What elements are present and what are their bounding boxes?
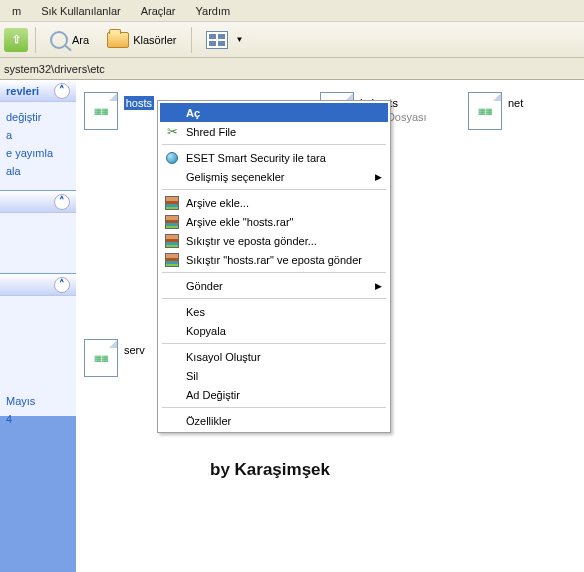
separator bbox=[162, 343, 386, 344]
cm-delete[interactable]: Sil bbox=[160, 366, 388, 385]
sidebar-task-link[interactable]: a bbox=[6, 126, 70, 144]
cm-cut-label: Kes bbox=[186, 306, 205, 318]
cm-create-shortcut[interactable]: Kısayol Oluştur bbox=[160, 347, 388, 366]
context-menu: Aç ✂ Shred File ESET Smart Security ile … bbox=[157, 100, 391, 433]
blank-icon bbox=[164, 304, 180, 320]
nav-up-button[interactable]: ⇧ bbox=[4, 28, 28, 52]
search-label: Ara bbox=[72, 34, 89, 46]
blank-icon bbox=[164, 105, 180, 121]
rar-icon bbox=[164, 252, 180, 268]
sidebar-tasks-title: revleri bbox=[6, 85, 39, 97]
file-name: serv bbox=[124, 343, 145, 357]
sidebar: revleri ˄ değiştir a e yayımla ala ˄ ˄ bbox=[0, 80, 76, 572]
eset-icon bbox=[164, 150, 180, 166]
cm-rename-label: Ad Değiştir bbox=[186, 389, 240, 401]
cm-open-label: Aç bbox=[186, 107, 200, 119]
cm-add-archive-hosts[interactable]: Arşive ekle "hosts.rar" bbox=[160, 212, 388, 231]
cm-arc2-label: Arşive ekle "hosts.rar" bbox=[186, 216, 293, 228]
blank-icon bbox=[164, 368, 180, 384]
cm-shred[interactable]: ✂ Shred File bbox=[160, 122, 388, 141]
chevron-up-icon[interactable]: ˄ bbox=[54, 277, 70, 293]
sidebar-tasks-body: değiştir a e yayımla ala bbox=[0, 102, 76, 190]
file-item-hosts[interactable]: ▦▦ hosts bbox=[84, 92, 154, 130]
submenu-arrow-icon: ▶ bbox=[375, 281, 382, 291]
sidebar-details-header[interactable]: ˄ bbox=[0, 274, 76, 296]
folders-button[interactable]: Klasörler bbox=[100, 28, 183, 52]
cm-cut[interactable]: Kes bbox=[160, 302, 388, 321]
search-icon bbox=[50, 31, 68, 49]
sidebar-places-panel: ˄ bbox=[0, 191, 76, 274]
menu-item-favorites[interactable]: Sık Kullanılanlar bbox=[31, 2, 131, 20]
sidebar-places-header[interactable]: ˄ bbox=[0, 191, 76, 213]
cm-delete-label: Sil bbox=[186, 370, 198, 382]
file-icon: ▦▦ bbox=[84, 92, 118, 130]
separator bbox=[191, 27, 192, 53]
cm-copy[interactable]: Kopyala bbox=[160, 321, 388, 340]
cm-open[interactable]: Aç bbox=[160, 103, 388, 122]
cm-eset-scan[interactable]: ESET Smart Security ile tara bbox=[160, 148, 388, 167]
rar-icon bbox=[164, 233, 180, 249]
file-name: net bbox=[508, 96, 523, 110]
blank-icon bbox=[164, 323, 180, 339]
menu-item[interactable]: m bbox=[2, 2, 31, 20]
address-path: system32\drivers\etc bbox=[4, 63, 105, 75]
views-icon bbox=[206, 31, 228, 49]
separator bbox=[162, 407, 386, 408]
separator bbox=[162, 144, 386, 145]
shred-icon: ✂ bbox=[164, 124, 180, 140]
cm-rename[interactable]: Ad Değiştir bbox=[160, 385, 388, 404]
cm-sendto-label: Gönder bbox=[186, 280, 223, 292]
dropdown-arrow-icon: ▼ bbox=[236, 35, 244, 44]
file-icon: ▦▦ bbox=[84, 339, 118, 377]
file-item-serv[interactable]: ▦▦ serv bbox=[84, 339, 154, 377]
address-bar[interactable]: system32\drivers\etc bbox=[0, 58, 584, 80]
cm-properties[interactable]: Özellikler bbox=[160, 411, 388, 430]
cm-arc4-label: Sıkıştır "hosts.rar" ve eposta gönder bbox=[186, 254, 362, 266]
sidebar-tasks-panel: revleri ˄ değiştir a e yayımla ala bbox=[0, 80, 76, 191]
separator bbox=[162, 272, 386, 273]
chevron-up-icon[interactable]: ˄ bbox=[54, 194, 70, 210]
sidebar-places-body bbox=[0, 213, 76, 273]
sidebar-details-panel: ˄ Mayıs 4 bbox=[0, 274, 76, 417]
menu-item-tools[interactable]: Araçlar bbox=[131, 2, 186, 20]
separator bbox=[35, 27, 36, 53]
blank-icon bbox=[164, 387, 180, 403]
cm-add-archive[interactable]: Arşive ekle... bbox=[160, 193, 388, 212]
submenu-arrow-icon: ▶ bbox=[375, 172, 382, 182]
cm-shred-label: Shred File bbox=[186, 126, 236, 138]
file-icon: ▦▦ bbox=[468, 92, 502, 130]
sidebar-details-body: Mayıs 4 bbox=[0, 296, 76, 416]
watermark-text: by Karaşimşek bbox=[210, 460, 330, 480]
blank-icon bbox=[164, 169, 180, 185]
cm-copy-label: Kopyala bbox=[186, 325, 226, 337]
sidebar-tasks-header[interactable]: revleri ˄ bbox=[0, 80, 76, 102]
blank-icon bbox=[164, 278, 180, 294]
cm-send-to[interactable]: Gönder ▶ bbox=[160, 276, 388, 295]
file-name: hosts bbox=[124, 96, 154, 110]
sidebar-task-link[interactable]: ala bbox=[6, 162, 70, 180]
sidebar-task-link[interactable]: e yayımla bbox=[6, 144, 70, 162]
menu-item-help[interactable]: Yardım bbox=[186, 2, 241, 20]
sidebar-detail-date: Mayıs bbox=[6, 392, 70, 410]
cm-eset-label: ESET Smart Security ile tara bbox=[186, 152, 326, 164]
chevron-up-icon[interactable]: ˄ bbox=[54, 83, 70, 99]
sidebar-task-link[interactable]: değiştir bbox=[6, 108, 70, 126]
cm-compress-email[interactable]: Sıkıştır ve eposta gönder... bbox=[160, 231, 388, 250]
cm-advanced-label: Gelişmiş seçenekler bbox=[186, 171, 284, 183]
cm-compress-hosts-email[interactable]: Sıkıştır "hosts.rar" ve eposta gönder bbox=[160, 250, 388, 269]
rar-icon bbox=[164, 214, 180, 230]
blank-icon bbox=[164, 349, 180, 365]
cm-advanced-options[interactable]: Gelişmiş seçenekler ▶ bbox=[160, 167, 388, 186]
cm-arc1-label: Arşive ekle... bbox=[186, 197, 249, 209]
file-item-net[interactable]: ▦▦ net bbox=[468, 92, 528, 130]
separator bbox=[162, 189, 386, 190]
cm-shortcut-label: Kısayol Oluştur bbox=[186, 351, 261, 363]
cm-arc3-label: Sıkıştır ve eposta gönder... bbox=[186, 235, 317, 247]
search-button[interactable]: Ara bbox=[43, 27, 96, 53]
toolbar: ⇧ Ara Klasörler ▼ bbox=[0, 22, 584, 58]
up-arrow-icon: ⇧ bbox=[7, 31, 25, 49]
menu-bar: m Sık Kullanılanlar Araçlar Yardım bbox=[0, 0, 584, 22]
folders-icon bbox=[107, 32, 129, 48]
cm-props-label: Özellikler bbox=[186, 415, 231, 427]
views-button[interactable]: ▼ bbox=[199, 27, 251, 53]
